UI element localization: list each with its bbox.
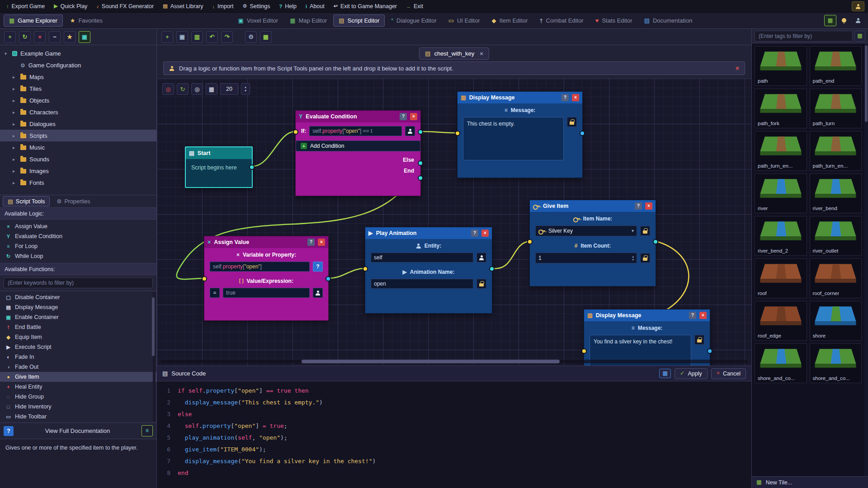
tree-item[interactable]: ▾ Example Game <box>0 47 156 59</box>
node-evaluate-condition[interactable]: Evaluate Condition If: self.property["op… <box>295 110 421 196</box>
function-item[interactable]: ▭ Hide Toolbar <box>0 412 156 422</box>
chevron-icon[interactable]: ▸ <box>13 157 17 162</box>
canvas-horizontal-scrollbar[interactable] <box>160 360 748 363</box>
item-count-input[interactable]: 1 <box>535 253 637 263</box>
tree-item[interactable]: ▸ Scripts <box>0 130 156 141</box>
node-close-button[interactable] <box>410 113 417 120</box>
tree-item[interactable]: ▸ Fonts <box>0 177 156 188</box>
output-port[interactable] <box>249 164 255 170</box>
node-display-message-1[interactable]: Display Message Message: This chest is e… <box>457 91 583 178</box>
function-list-scrollbar[interactable] <box>153 292 156 422</box>
tile-filter-input[interactable] <box>755 31 853 42</box>
tile-card[interactable]: path_turn <box>810 89 862 128</box>
entity-picker-button[interactable] <box>313 288 323 298</box>
close-tab-icon[interactable] <box>480 51 483 56</box>
end-output-port[interactable] <box>418 175 423 181</box>
chevron-icon[interactable]: ▸ <box>13 98 17 103</box>
node-close-button[interactable] <box>645 202 652 210</box>
lock-button[interactable] <box>567 117 577 127</box>
menu-item[interactable]: ↑ Export Game <box>2 0 49 13</box>
add-condition-button[interactable]: Add Condition <box>296 141 420 151</box>
function-item[interactable]: ◆ Equip Item <box>0 332 156 342</box>
menu-item[interactable]: ↓ Import <box>208 0 238 13</box>
animation-name-input[interactable]: open <box>371 279 473 289</box>
editor-tab[interactable]: ♥ Stats Editor <box>590 14 638 27</box>
node-play-animation[interactable]: Play Animation Entity: self Animation Na… <box>365 227 492 314</box>
menu-item[interactable]: ? Help <box>275 0 301 13</box>
add-item-button[interactable] <box>4 31 16 43</box>
editor-tab[interactable]: ◆ Item Editor <box>486 14 533 27</box>
tools-tab[interactable]: ⚙ Properties <box>52 196 95 206</box>
then-output-port[interactable] <box>418 129 423 135</box>
tile-panel-scrollbar[interactable] <box>864 43 868 476</box>
tree-item[interactable]: ▸ Dialogues <box>0 118 156 130</box>
scrollbar-thumb[interactable] <box>152 297 155 356</box>
tile-card[interactable]: path_fork <box>755 89 807 128</box>
count-stepper[interactable] <box>632 255 634 261</box>
redo-button[interactable] <box>221 31 233 43</box>
logic-item[interactable]: ≡ For Loop <box>0 241 156 251</box>
tree-item[interactable]: ▸ Sounds <box>0 153 156 165</box>
node-assign-value[interactable]: Assign Value Variable or Property: self.… <box>204 236 329 321</box>
tile-card[interactable]: river <box>755 174 807 213</box>
doc-options-button[interactable] <box>142 425 153 436</box>
refresh-button[interactable] <box>19 31 31 43</box>
output-port[interactable] <box>653 239 658 244</box>
tile-card[interactable]: roof <box>755 258 807 298</box>
output-port[interactable] <box>580 131 585 136</box>
filter-options-button[interactable] <box>854 31 865 42</box>
cancel-button[interactable]: Cancel <box>711 368 746 379</box>
new-script-button[interactable] <box>161 31 173 43</box>
tile-card[interactable]: path_end <box>810 46 862 86</box>
logic-item[interactable]: ↻ While Loop <box>0 251 156 261</box>
output-port[interactable] <box>326 276 331 282</box>
operator-box[interactable]: = <box>210 288 220 298</box>
function-item[interactable]: † End Battle <box>0 322 156 332</box>
node-start[interactable]: Start Script begins here <box>185 146 253 188</box>
tile-card[interactable]: path_turn_en... <box>810 131 862 171</box>
logic-item[interactable]: Y Evaluate Condition <box>0 231 156 241</box>
input-port[interactable] <box>581 348 587 354</box>
tree-item[interactable]: ▸ Music <box>0 141 156 153</box>
node-help-button[interactable] <box>561 94 569 101</box>
code-editor[interactable]: 1if self.property["open"] == true then 2… <box>157 381 751 488</box>
tools-tab[interactable]: ▤ Script Tools <box>3 196 50 206</box>
function-item[interactable]: + Heal Entity <box>0 382 156 392</box>
chevron-icon[interactable]: ▸ <box>13 110 17 115</box>
function-filter-input[interactable] <box>4 277 153 288</box>
lock-button[interactable] <box>694 335 704 345</box>
export-script-button[interactable] <box>260 31 272 43</box>
editor-tab[interactable]: ▤ Documentation <box>639 14 698 27</box>
save-button[interactable] <box>176 31 188 43</box>
user-menu-button[interactable] <box>852 1 864 11</box>
entity-picker-button[interactable] <box>476 253 486 263</box>
view-documentation-link[interactable]: View Full Documentation <box>17 427 138 434</box>
tile-card[interactable]: river_outlet <box>810 216 862 256</box>
format-code-button[interactable] <box>659 369 671 378</box>
editor-tab[interactable]: “ Dialogue Editor <box>386 14 442 27</box>
tile-card[interactable]: shore_and_co... <box>755 343 807 383</box>
output-port[interactable] <box>489 266 495 272</box>
function-item[interactable]: ▶ Execute Script <box>0 342 156 352</box>
node-close-button[interactable] <box>699 312 707 319</box>
menu-item[interactable]: ⚙ Settings <box>238 0 275 13</box>
function-item[interactable]: ◑ Fade Out <box>0 362 156 372</box>
lock-button[interactable] <box>640 226 650 236</box>
variable-input[interactable]: self.property["open"] <box>210 262 310 272</box>
function-item[interactable]: ▢ Disable Container <box>0 292 156 302</box>
chevron-icon[interactable]: ▸ <box>13 169 17 174</box>
node-close-button[interactable] <box>572 94 579 101</box>
condition-input[interactable]: self.property["open"] == t <box>309 126 402 136</box>
input-port[interactable] <box>527 239 533 244</box>
tile-card[interactable]: river_bend <box>810 174 862 213</box>
tiles-view-button[interactable] <box>824 15 836 26</box>
menu-item[interactable]: i About <box>301 0 329 13</box>
node-canvas[interactable]: 20 Start Script begins here <box>157 79 751 366</box>
chevron-icon[interactable]: ▸ <box>13 86 17 91</box>
function-item[interactable]: ◐ Fade In <box>0 352 156 362</box>
entity-picker-button[interactable] <box>405 126 415 136</box>
chevron-icon[interactable]: ▸ <box>13 75 17 80</box>
entity-input[interactable]: self <box>371 253 473 263</box>
script-tab[interactable]: chest_with_key <box>419 47 489 60</box>
input-port[interactable] <box>363 266 368 272</box>
